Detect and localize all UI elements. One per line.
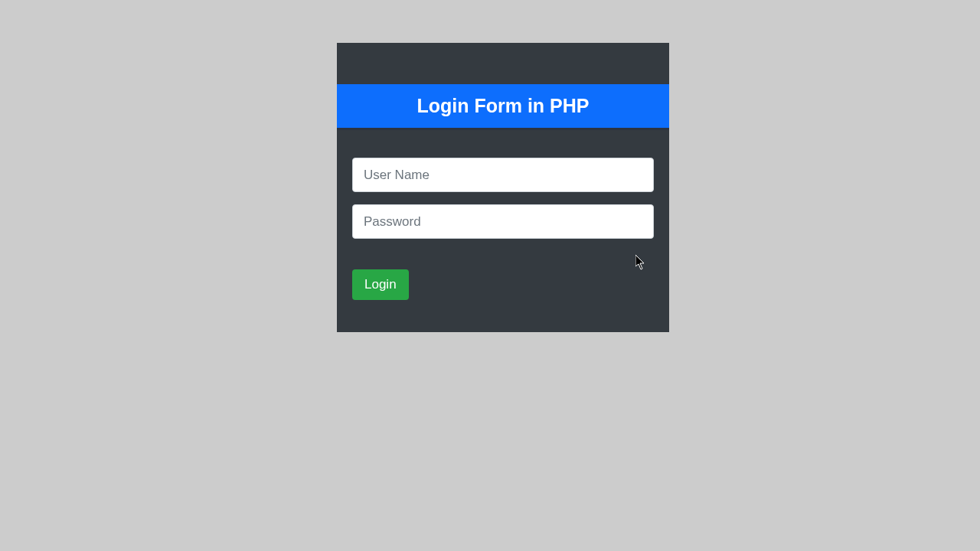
login-card: Login Form in PHP Login: [337, 43, 669, 332]
username-input[interactable]: [352, 158, 654, 192]
header-bar: Login Form in PHP: [337, 84, 669, 130]
login-button[interactable]: Login: [352, 269, 409, 300]
form-title: Login Form in PHP: [417, 95, 590, 117]
password-input[interactable]: [352, 204, 654, 239]
form-body: Login: [337, 130, 669, 315]
